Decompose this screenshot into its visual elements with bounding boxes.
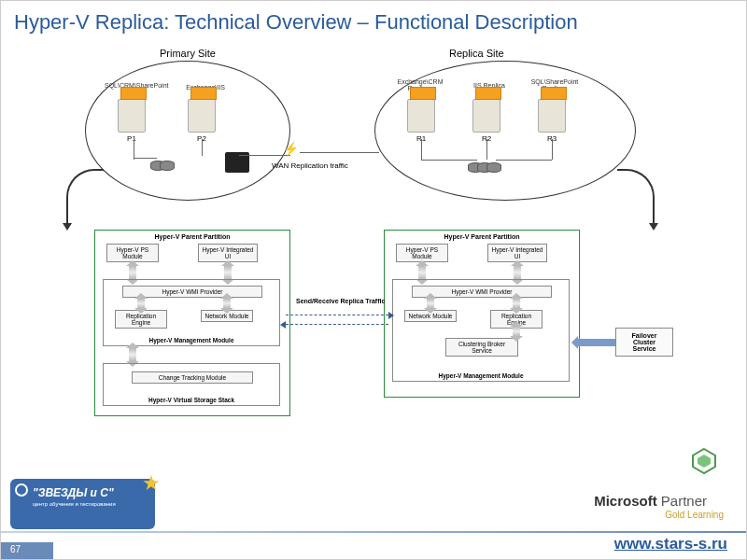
sponsor-badge: ★ "ЗВЕЗДЫ и С" центр обучения и тестиров… [10, 479, 155, 529]
website-link[interactable]: www.stars-s.ru [614, 535, 727, 553]
receive-arrow [286, 324, 388, 325]
failover-cluster-service: Failover Cluster Service [615, 328, 673, 357]
clustering-broker-service: Clustering Broker Service [445, 338, 518, 357]
diagram-area: Primary Site Replica Site SQL\CRM\ShareP… [76, 48, 673, 430]
microsoft-partner-logo: Microsoft Partner Gold Learning [594, 493, 724, 520]
primary-integrated-ui: Hyper-V Integrated UI [198, 244, 258, 262]
replica-flow-arrow [617, 169, 655, 225]
replica-storage-icon [468, 160, 501, 176]
replica-site-label: Replica Site [449, 48, 504, 59]
primary-partition: Hyper-V Parent Partition Hyper-V PS Modu… [94, 230, 290, 416]
replica-mgmt-module: Hyper-V WMI Provider Network Module Repl… [392, 279, 570, 382]
replica-partition: Hyper-V Parent Partition Hyper-V PS Modu… [384, 230, 580, 398]
primary-storage-stack: Change Tracking Module Hyper-V Virtual S… [103, 363, 280, 406]
send-receive-label: Send/Receive Replica Traffic [296, 298, 385, 304]
slide-number: 67 [1, 542, 53, 559]
failover-arrow [578, 339, 615, 346]
svg-marker-1 [698, 455, 711, 468]
wan-link-icon: ⚡ [282, 140, 299, 156]
server-r3: SQL\SharePoint Replicas R3 [538, 99, 566, 143]
primary-mgmt-module: Hyper-V WMI Provider Replication Engine … [103, 279, 280, 346]
footer-divider [1, 531, 746, 533]
primary-ps-module: Hyper-V PS Module [106, 244, 159, 262]
star-icon: ★ [142, 471, 161, 496]
change-tracking-module: Change Tracking Module [132, 371, 253, 384]
primary-site-label: Primary Site [160, 48, 216, 59]
server-r1: Exchange\CRM Replicas R1 [407, 99, 435, 143]
server-p2: Exchange\IIS P2 [188, 99, 216, 143]
green-logo-icon [690, 447, 718, 475]
slide-title: Hyper-V Replica: Technical Overview – Fu… [14, 10, 578, 35]
send-arrow [286, 315, 388, 315]
server-r2: IIS Replica R2 [472, 99, 500, 143]
replica-ps-module: Hyper-V PS Module [396, 244, 448, 262]
wan-label: WAN Replication traffic [272, 161, 348, 170]
primary-storage-icon [150, 158, 175, 175]
replica-integrated-ui: Hyper-V Integrated UI [487, 244, 547, 262]
primary-flow-arrow [66, 169, 104, 225]
server-p1: SQL\CRM\SharePoint P1 [118, 99, 146, 143]
